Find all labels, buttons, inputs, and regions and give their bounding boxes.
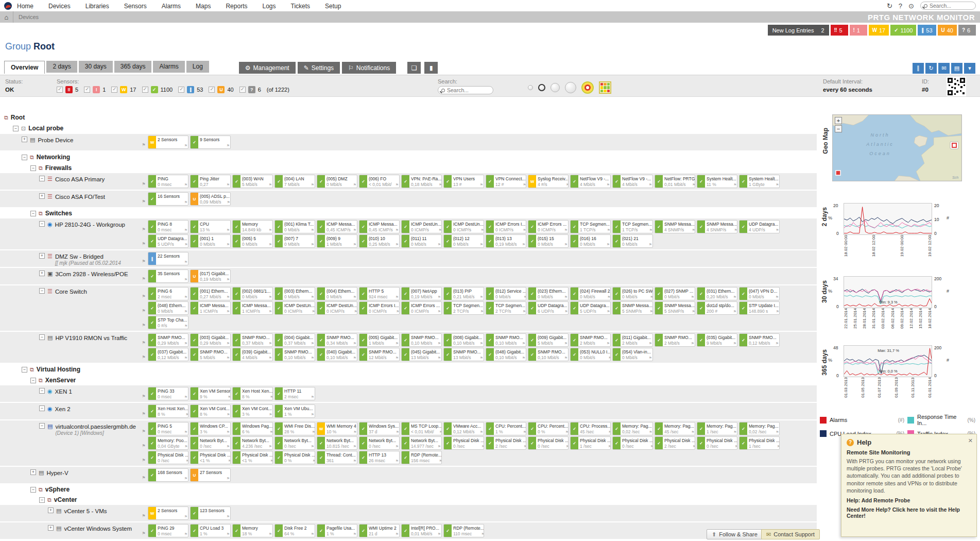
sensor-chip[interactable]: ✓VPN: PAE-Ra...0,18 Mbit/s⚑ (401, 175, 442, 188)
home-icon[interactable]: ⌂ (0, 11, 13, 23)
sensor-chip[interactable]: ✓RDP (Remote...156 msec⚑ (401, 451, 442, 464)
alert-badge-unusual[interactable]: U40 (938, 25, 957, 36)
device-name[interactable]: Hyper-V (46, 469, 68, 477)
expand-toggle[interactable]: + (22, 137, 27, 142)
sensor-chip[interactable]: WSyslog Receiv...4 #/s⚑ (528, 175, 569, 188)
group-name[interactable]: XenServer (45, 377, 76, 384)
sensor-chip[interactable]: ✓Windows Sys...37 d⚑ (359, 422, 400, 435)
graph-plot[interactable]: Min: 9,3 % (844, 276, 932, 308)
sensor-chip[interactable]: ✓(021) 210 Mbit/s⚑ (612, 234, 653, 248)
expand-toggle[interactable]: + (39, 253, 45, 259)
sensor-chip[interactable]: ✓ICMP DestUn...0 ICMP/s⚑ (443, 220, 484, 233)
tree-search[interactable] (438, 86, 493, 94)
nav-item-setup[interactable]: Setup (325, 3, 341, 10)
sensor-chip[interactable]: ✓ICMP Errors ...0 ICMP/s⚑ (528, 220, 569, 233)
sensor-chip[interactable]: ✓VPN Connect...12 #⚑ (486, 175, 526, 188)
global-search[interactable] (920, 2, 976, 10)
sensor-chip[interactable]: ✓ICMP Messa...1 ICMP/s⚑ (190, 301, 231, 315)
sensor-chip[interactable]: ✓Xen Host Xen...8 %⚑ (148, 404, 188, 418)
sensor-chip[interactable]: ✓(002) 0881/1...0 Mbit/s⚑ (232, 287, 273, 300)
sensor-chip[interactable]: ✓Network Byt...14.977 /sec⚑ (401, 436, 442, 450)
sensor-chip[interactable]: ✓(001) Klima T...0 Mbit/s⚑ (274, 220, 315, 233)
sensor-chip[interactable]: ✓Physical Disk ...0 /sec⚑ (612, 436, 653, 450)
sensor-chip[interactable]: ✓Network Byt...0 /sec⚑ (359, 436, 400, 450)
tab-overview[interactable]: Overview (4, 61, 45, 74)
sensor-chip[interactable]: ✓TCP Segmen...2 TCP/s⚑ (443, 301, 484, 315)
sensor-chip[interactable]: ✓Xen VM Cont...3 %⚑ (232, 404, 273, 418)
sensor-chip[interactable]: ✓(023) Ethern...0 Mbit/s⚑ (528, 287, 569, 300)
alert-badge-down-acknowledged[interactable]: !1 (850, 25, 867, 36)
sensor-chip[interactable]: ✓Xen VM Ubu...1 %⚑ (274, 404, 315, 418)
sensor-chip[interactable]: ✓(006) FO< 0,01 Mbit/⚑ (359, 175, 400, 188)
sensor-chip[interactable]: ✓Physical Disk ...2 /sec⚑ (486, 436, 526, 450)
filter-checkbox-up[interactable] (142, 87, 148, 93)
sensor-chip[interactable]: ✓PING 330 msec⚑ (148, 387, 188, 400)
sensor-chip[interactable]: ✓Physical Disk ...<1 %⚑ (190, 451, 231, 464)
sensor-chip[interactable]: ✓(054) Vlan-in...0 Mbit/s⚑ (612, 348, 653, 361)
sensor-chip[interactable]: ✓Physical Disk ...<1 %⚑ (232, 451, 273, 464)
device-name[interactable]: virtualcontrol.paesslergmbh.de (55, 423, 136, 430)
sensor-chip[interactable]: ✓(005) DMZ0 Mbit/s⚑ (317, 175, 357, 188)
sensor-chip[interactable]: ✓PING0 msec⚑ (148, 175, 188, 188)
sensor-chip[interactable]: ✓SNMP Messa...5 SNMP/s⚑ (612, 301, 653, 315)
sensor-chip[interactable]: ✓Xen Host Xen...8 %⚑ (232, 387, 273, 400)
filter-checkbox-unusual[interactable] (209, 87, 215, 93)
sensor-chip[interactable]: ✓Memory: Pag...45 /sec⚑ (655, 422, 695, 435)
settings-button[interactable]: ✎Settings (298, 62, 340, 74)
sensor-chip[interactable]: ✓SNMP Messa...4 SNMP/s⚑ (697, 220, 737, 233)
sensor-chip[interactable]: ✓Memory18 %⚑ (232, 524, 273, 537)
device-name[interactable]: DMZ Sw - Bridged (55, 253, 121, 260)
filter-checkbox-warning[interactable] (111, 87, 117, 93)
expand-toggle[interactable]: − (39, 334, 45, 340)
sensor-chip[interactable]: ✓WMI Uptime 221 d⚑ (359, 524, 400, 537)
map-zoom-out-button[interactable]: − (835, 125, 842, 132)
sensor-chip[interactable]: ✓Memory: Pag...0,02 /sec⚑ (739, 422, 780, 435)
sensor-chip[interactable]: ✓Intel[R] PRO...0,01 Mbit/s⚑ (401, 524, 442, 537)
sensor-chip[interactable]: ✓(001) Ethern...0,27 Mbit/s⚑ (190, 287, 231, 300)
sensor-chip[interactable]: ✓STP Update I...148.890 s⚑ (739, 301, 780, 315)
sensor-chip[interactable]: ✓ICMP Errors I...0 ICMP/s⚑ (359, 301, 400, 315)
treemap-view-toggle[interactable] (599, 81, 611, 94)
sensor-chip[interactable]: ✓TCP Segmen...1 TCP/s⚑ (612, 220, 653, 233)
sensor-chip[interactable]: ✓(035) Gigabit...9 Mbit/s⚑ (697, 333, 737, 347)
device-name[interactable]: 3Com 2928 - Wireless/POE (55, 270, 128, 278)
sensor-chip[interactable]: ✓Physical Disk ...2 /sec⚑ (655, 436, 695, 450)
group-name[interactable]: Networking (37, 154, 70, 161)
group-name[interactable]: Switches (45, 210, 72, 217)
sensor-chip[interactable]: ✓Thread: Cont...361⚑ (317, 451, 357, 464)
sensor-chip[interactable]: ✓(024) Firewall 20 Mbit/s⚑ (570, 287, 611, 300)
sensor-chip[interactable]: ✓Network Byt...10.815 /sec⚑ (317, 436, 357, 450)
group-name[interactable]: vSphere (45, 486, 70, 493)
alert-badge-down[interactable]: ‼5 (831, 25, 848, 36)
sensor-chip[interactable]: ✓HTTP 112 msec⚑ (274, 387, 315, 400)
expand-toggle[interactable]: − (13, 126, 19, 131)
sensor-chip[interactable]: ✓Memory: Pag...1 /sec⚑ (697, 422, 737, 435)
expand-toggle[interactable]: − (39, 423, 45, 429)
follow-share-button[interactable]: ⬆ Follow & Share (707, 529, 763, 539)
sensor-chip[interactable]: ✓Memory14.849 kb⚑ (232, 220, 273, 233)
sensor-chip[interactable]: ✓SNMP RMO...5 Mbit/s⚑ (190, 348, 231, 361)
alert-badge-paused[interactable]: ∥53 (918, 25, 936, 36)
sensor-chip[interactable]: ✓(053) NULL0 I...0 Mbit/s⚑ (570, 348, 611, 361)
notifications-button[interactable]: ⚐Notifications (342, 62, 396, 74)
sensor-chip[interactable]: ✓(003) Gigabit...0,29 Mbit/s⚑ (190, 333, 231, 347)
sensor-chip[interactable]: ✓ICMP DestUn...0 ICMP/s⚑ (274, 301, 315, 315)
sensor-chip[interactable]: ✓(045) Gigabit...13 Mbit/s⚑ (401, 348, 442, 361)
sensor-chip[interactable]: ✓(004) Ethern...0 Mbit/s⚑ (317, 287, 357, 300)
alert-badge-unknown[interactable]: ?6 (958, 25, 976, 36)
sensor-chip[interactable]: ✓Xen VM Sensor9 %⚑ (190, 387, 231, 400)
sensor-chip[interactable]: ✓CPU13 %⚑ (190, 220, 231, 233)
sensor-chip[interactable]: ✓Physical Disk ...0 /sec⚑ (528, 436, 569, 450)
geo-map[interactable]: North Atlantic Ocean Sch + − (832, 114, 962, 181)
sensor-chip[interactable]: ✓TCP Segmen...2 TCP/s⚑ (486, 301, 526, 315)
sensor-chip[interactable]: ✓HTTP 5924 msec⚑ (359, 287, 400, 300)
filter-checkbox-unknown[interactable] (239, 87, 246, 93)
sensor-chip[interactable]: ✓STP Top Cha...0 #/s⚑ (148, 316, 188, 329)
tab-alarms[interactable]: Alarms (153, 61, 184, 73)
sensor-chip[interactable]: ✓SNMP RMO...2 Mbit/s⚑ (655, 333, 695, 347)
report-button[interactable]: ▮ (424, 62, 438, 74)
sensor-chip[interactable]: ✓SNMP RMO...0,37 Mbit/s⚑ (232, 333, 273, 347)
sensor-chip[interactable]: W2 Sensors⚑ (148, 136, 188, 149)
expand-toggle[interactable]: − (39, 497, 45, 503)
mail-button[interactable]: ✉ (938, 63, 950, 74)
